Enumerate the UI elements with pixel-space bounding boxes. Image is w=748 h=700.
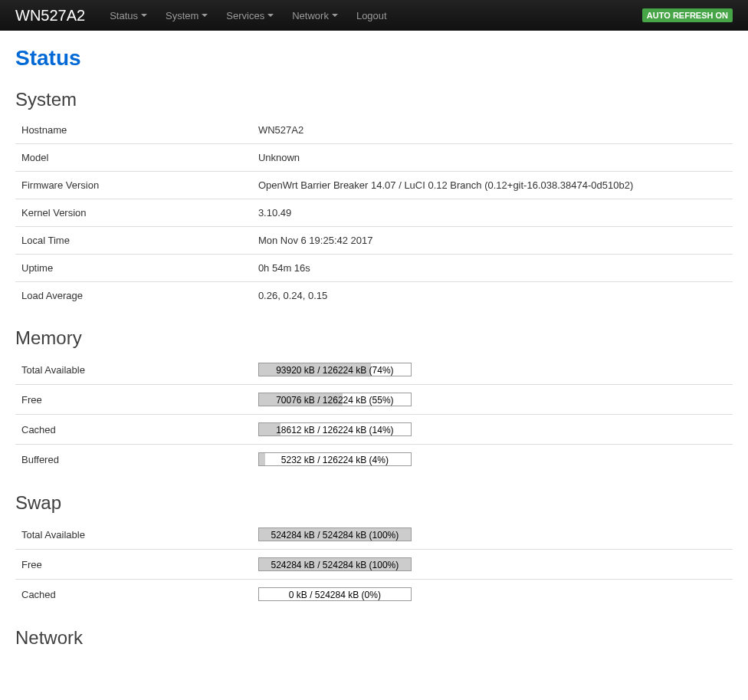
row-value: WN527A2 [252, 117, 733, 144]
row-label: Load Average [15, 282, 252, 310]
row-label: Local Time [15, 227, 252, 255]
progress-bar: 524284 kB / 524284 kB (100%) [258, 527, 412, 541]
row-label: Total Available [15, 355, 252, 385]
swap-table: Total Available524284 kB / 524284 kB (10… [15, 520, 733, 609]
progress-text: 93920 kB / 126224 kB (74%) [259, 363, 411, 377]
row-value: OpenWrt Barrier Breaker 14.07 / LuCI 0.1… [252, 172, 733, 199]
nav-services[interactable]: Services [217, 2, 283, 29]
progress-text: 524284 kB / 524284 kB (100%) [259, 558, 411, 572]
table-row: Free70076 kB / 126224 kB (55%) [15, 385, 733, 415]
row-label: Uptime [15, 255, 252, 282]
table-row: Buffered5232 kB / 126224 kB (4%) [15, 445, 733, 475]
page-title: Status [15, 46, 733, 71]
table-row: Total Available93920 kB / 126224 kB (74%… [15, 355, 733, 385]
row-value: 0h 54m 16s [252, 255, 733, 282]
navbar: WN527A2 Status System Services Network L… [0, 0, 748, 31]
row-value: 70076 kB / 126224 kB (55%) [252, 385, 733, 415]
nav-menu: Status System Services Network Logout [100, 2, 642, 29]
row-value: Unknown [252, 144, 733, 172]
table-row: Firmware VersionOpenWrt Barrier Breaker … [15, 172, 733, 199]
row-value: 18612 kB / 126224 kB (14%) [252, 415, 733, 445]
row-label: Model [15, 144, 252, 172]
row-value: 0 kB / 524284 kB (0%) [252, 580, 733, 610]
row-label: Free [15, 550, 252, 580]
row-value: 5232 kB / 126224 kB (4%) [252, 445, 733, 475]
row-label: Total Available [15, 520, 252, 550]
row-label: Free [15, 385, 252, 415]
nav-system[interactable]: System [156, 2, 217, 29]
row-value: 93920 kB / 126224 kB (74%) [252, 355, 733, 385]
table-row: Local TimeMon Nov 6 19:25:42 2017 [15, 227, 733, 255]
brand: WN527A2 [15, 7, 85, 25]
section-heading-system: System [15, 89, 733, 110]
section-heading-swap: Swap [15, 492, 733, 514]
table-row: Cached0 kB / 524284 kB (0%) [15, 580, 733, 610]
table-row: Total Available524284 kB / 524284 kB (10… [15, 520, 733, 550]
chevron-down-icon [202, 14, 208, 17]
chevron-down-icon [332, 14, 338, 17]
table-row: Free524284 kB / 524284 kB (100%) [15, 550, 733, 580]
main-content: Status System HostnameWN527A2ModelUnknow… [0, 31, 748, 685]
progress-text: 0 kB / 524284 kB (0%) [259, 588, 411, 602]
row-label: Kernel Version [15, 199, 252, 227]
progress-bar: 524284 kB / 524284 kB (100%) [258, 557, 412, 571]
row-label: Firmware Version [15, 172, 252, 199]
chevron-down-icon [267, 14, 274, 17]
progress-bar: 93920 kB / 126224 kB (74%) [258, 363, 412, 376]
row-label: Cached [15, 580, 252, 610]
progress-bar: 5232 kB / 126224 kB (4%) [258, 452, 412, 466]
row-value: 3.10.49 [252, 199, 733, 227]
table-row: HostnameWN527A2 [15, 117, 733, 144]
progress-text: 18612 kB / 126224 kB (14%) [259, 423, 411, 437]
table-row: Load Average0.26, 0.24, 0.15 [15, 282, 733, 310]
row-label: Hostname [15, 117, 252, 144]
row-value: 524284 kB / 524284 kB (100%) [252, 520, 733, 550]
section-heading-network: Network [15, 627, 733, 649]
table-row: ModelUnknown [15, 144, 733, 172]
table-row: Uptime0h 54m 16s [15, 255, 733, 282]
progress-text: 524284 kB / 524284 kB (100%) [259, 528, 411, 542]
row-label: Cached [15, 415, 252, 445]
table-row: Kernel Version3.10.49 [15, 199, 733, 227]
progress-text: 70076 kB / 126224 kB (55%) [259, 393, 411, 407]
row-value: 0.26, 0.24, 0.15 [252, 282, 733, 310]
row-value: 524284 kB / 524284 kB (100%) [252, 550, 733, 580]
nav-logout[interactable]: Logout [347, 2, 396, 29]
nav-network[interactable]: Network [283, 2, 347, 29]
nav-status[interactable]: Status [100, 2, 156, 29]
chevron-down-icon [141, 14, 147, 17]
auto-refresh-badge[interactable]: AUTO REFRESH ON [642, 8, 733, 22]
memory-table: Total Available93920 kB / 126224 kB (74%… [15, 355, 733, 474]
system-table: HostnameWN527A2ModelUnknownFirmware Vers… [15, 117, 733, 309]
progress-bar: 0 kB / 524284 kB (0%) [258, 587, 412, 601]
section-heading-memory: Memory [15, 327, 733, 349]
progress-bar: 18612 kB / 126224 kB (14%) [258, 422, 412, 436]
row-value: Mon Nov 6 19:25:42 2017 [252, 227, 733, 255]
row-label: Buffered [15, 445, 252, 475]
table-row: Cached18612 kB / 126224 kB (14%) [15, 415, 733, 445]
progress-bar: 70076 kB / 126224 kB (55%) [258, 393, 412, 406]
progress-text: 5232 kB / 126224 kB (4%) [259, 453, 411, 467]
